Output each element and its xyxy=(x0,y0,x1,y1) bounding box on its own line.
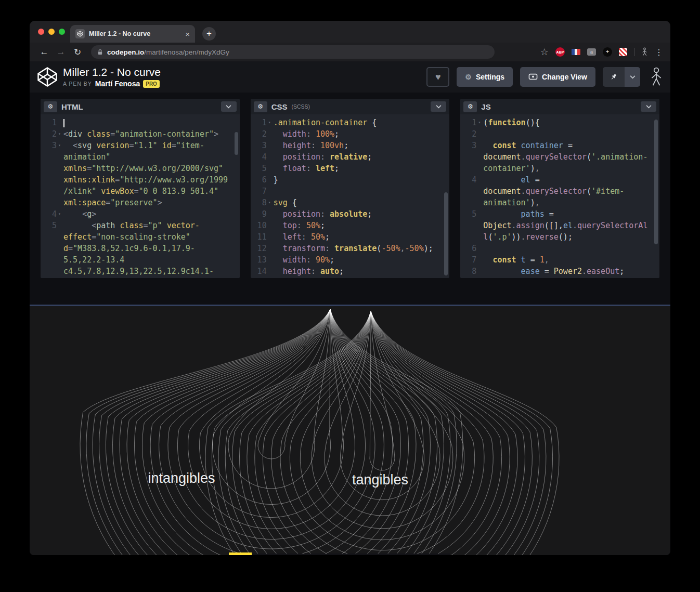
code-line[interactable]: 7 const t = 1, xyxy=(460,254,659,266)
code-line[interactable]: 8▾svg { xyxy=(251,197,450,208)
css-code-area[interactable]: 1▾.animation-container {2 width: 100%;3 … xyxy=(251,114,450,278)
code-line[interactable]: 5 float: left; xyxy=(251,163,450,174)
ring-path xyxy=(271,311,494,555)
css-settings-gear-icon[interactable]: ⚙ xyxy=(254,101,267,112)
line-number: 2▾ xyxy=(41,128,62,140)
js-collapse-chevron-icon[interactable] xyxy=(641,101,656,112)
code-line[interactable]: 11 left: 50%; xyxy=(251,231,450,243)
new-tab-button[interactable]: + xyxy=(202,27,216,41)
code-line[interactable]: 2 width: 100%; xyxy=(251,128,450,140)
code-line[interactable]: 4 position: relative; xyxy=(251,151,450,163)
ring-path xyxy=(99,309,444,555)
fold-arrow-icon[interactable]: ▾ xyxy=(267,117,273,128)
translate-extension-icon[interactable]: a xyxy=(587,48,596,56)
fold-arrow-icon[interactable]: ▾ xyxy=(57,208,62,220)
change-view-button[interactable]: Change View xyxy=(520,67,595,87)
pin-icon[interactable] xyxy=(603,67,625,87)
fold-arrow-icon[interactable]: ▾ xyxy=(57,140,62,151)
ring-path xyxy=(205,311,559,555)
profile-stickman-icon[interactable] xyxy=(641,47,648,57)
js-settings-gear-icon[interactable]: ⚙ xyxy=(463,101,477,112)
sponsor-ad[interactable]: Mailchimp: Grow with the All-in-One Mark… xyxy=(252,554,450,555)
settings-button[interactable]: ⚙ Settings xyxy=(457,67,513,87)
back-icon[interactable]: ← xyxy=(37,47,51,57)
code-line[interactable]: 7 xyxy=(251,186,450,197)
line-number: 4 xyxy=(251,151,273,163)
user-avatar-stickman[interactable] xyxy=(650,67,663,87)
author-name[interactable]: Martí Fenosa xyxy=(95,80,140,88)
line-number: 1▾ xyxy=(460,117,482,128)
html-code-area[interactable]: 12▾<div class="animation-container">3▾ <… xyxy=(41,114,240,278)
chevron-down-icon[interactable] xyxy=(625,67,640,87)
code-line[interactable]: 10 top: 50%; xyxy=(251,220,450,231)
html-editor-header: ⚙ HTML xyxy=(41,99,240,114)
line-number: 5 xyxy=(41,220,62,278)
line-number: 3▾ xyxy=(41,140,62,208)
js-code-area[interactable]: 1▾(function(){23 const container = docum… xyxy=(460,114,659,278)
code-line[interactable]: 1 xyxy=(41,117,240,128)
codepen-logo[interactable] xyxy=(37,67,58,87)
line-number: 3 xyxy=(251,140,273,151)
code-line[interactable]: 6} xyxy=(251,174,450,186)
code-line[interactable]: 5 paths = Object.assign([],el.querySelec… xyxy=(460,208,659,243)
toolbar-divider xyxy=(634,48,634,56)
love-button[interactable]: ♥ xyxy=(426,67,449,87)
mailchimp-logo[interactable]: mailchimp xyxy=(229,552,252,555)
editor-section: ⚙ HTML 12▾<div class="animation-containe… xyxy=(30,93,670,305)
css-editor-scrollbar[interactable] xyxy=(444,192,448,275)
code-line[interactable]: 14 height: auto; xyxy=(251,266,450,277)
fold-arrow-icon[interactable]: ▾ xyxy=(476,117,482,128)
code-line[interactable]: 2 xyxy=(460,128,659,140)
html-editor-scrollbar[interactable] xyxy=(235,132,238,155)
html-collapse-chevron-icon[interactable] xyxy=(221,101,237,112)
code-line[interactable]: 4 el = document.querySelector('#item-ani… xyxy=(460,174,659,208)
ring-path xyxy=(177,309,365,540)
pin-dropdown-button[interactable] xyxy=(603,67,640,87)
close-window-button[interactable] xyxy=(38,29,44,35)
forward-icon[interactable]: → xyxy=(54,47,68,57)
code-line[interactable]: 4▾ <g> xyxy=(41,208,240,220)
line-number: 1 xyxy=(41,117,62,128)
fold-arrow-icon[interactable]: ▾ xyxy=(267,197,273,208)
ring-path xyxy=(290,311,474,550)
browser-window: Miller 1.2 - No curve × + ← → ↻ codepen.… xyxy=(30,21,670,555)
code-line[interactable]: 5 <path class="p" vector-effect="non-sca… xyxy=(41,220,240,278)
browser-menu-icon[interactable]: ⋮ xyxy=(655,47,663,57)
code-line[interactable]: 3 const container = document.querySelect… xyxy=(460,140,659,174)
pro-badge: PRO xyxy=(143,80,160,88)
css-collapse-chevron-icon[interactable] xyxy=(431,101,446,112)
js-editor-panel: ⚙ JS 1▾(function(){23 const container = … xyxy=(460,99,659,278)
code-line[interactable]: 13 width: 90%; xyxy=(251,254,450,266)
code-line[interactable]: 2▾<div class="animation-container"> xyxy=(41,128,240,140)
zoom-extension-icon[interactable]: + xyxy=(603,47,612,57)
tab-close-icon[interactable]: × xyxy=(185,30,190,38)
code-line[interactable]: 1▾(function(){ xyxy=(460,117,659,128)
code-line[interactable]: 6 xyxy=(460,243,659,254)
pen-preview[interactable]: intangiblestangibles xyxy=(30,306,670,555)
ring-path xyxy=(212,311,552,555)
line-number: 14 xyxy=(251,266,273,277)
url-bar[interactable]: codepen.io/martifenosa/pen/mdyXdGy xyxy=(91,45,495,59)
code-line[interactable]: 3 height: 100vh; xyxy=(251,140,450,151)
css-editor-panel: ⚙ CSS (SCSS) 1▾.animation-container {2 w… xyxy=(251,99,450,278)
line-number: 8 xyxy=(460,266,482,277)
code-line[interactable]: 12 transform: translate(-50%,-50%); xyxy=(251,243,450,254)
french-flag-extension-icon[interactable] xyxy=(572,49,580,55)
code-line[interactable]: 9 position: absolute; xyxy=(251,208,450,220)
js-editor-scrollbar[interactable] xyxy=(654,120,658,244)
minimize-window-button[interactable] xyxy=(48,29,55,35)
browser-tab[interactable]: Miller 1.2 - No curve × xyxy=(70,25,195,43)
maximize-window-button[interactable] xyxy=(59,29,65,35)
bookmark-star-icon[interactable]: ☆ xyxy=(540,46,549,58)
striped-extension-icon[interactable] xyxy=(619,48,627,56)
code-line[interactable]: 3▾ <svg version="1.1" id="item-animation… xyxy=(41,140,240,208)
line-number: 8▾ xyxy=(251,197,273,208)
ring-path xyxy=(312,311,453,529)
html-settings-gear-icon[interactable]: ⚙ xyxy=(44,101,57,112)
fold-arrow-icon[interactable]: ▾ xyxy=(57,128,62,140)
url-domain: codepen.io xyxy=(107,48,144,56)
refresh-icon[interactable]: ↻ xyxy=(70,47,85,58)
code-line[interactable]: 8 ease = Power2.easeOut; xyxy=(460,266,659,277)
code-line[interactable]: 1▾.animation-container { xyxy=(251,117,450,128)
adblock-extension-icon[interactable]: ABP xyxy=(555,47,565,57)
